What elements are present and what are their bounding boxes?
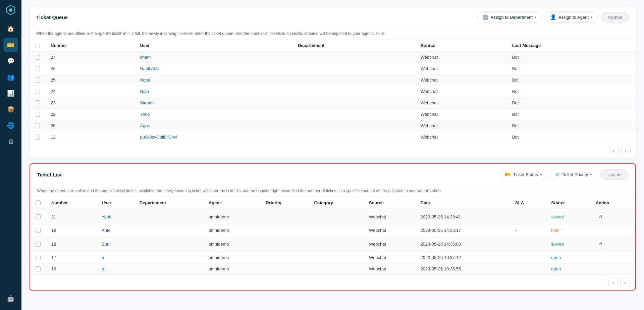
sidebar-item-reports[interactable]: 📊 [3, 86, 18, 101]
row-user[interactable]: Nopal [135, 74, 292, 86]
list-row-agent: omnidemo [203, 225, 261, 236]
list-row-dept [134, 236, 203, 252]
assign-dept-label: Assign to Department [491, 15, 533, 20]
row-checkbox[interactable] [35, 123, 40, 128]
list-row-user[interactable]: p [96, 263, 134, 275]
ticket-status-btn[interactable]: 🎫 Ticket Status ▾ [499, 169, 547, 180]
queue-table: Number User Departement Source Last Mess… [30, 40, 636, 143]
list-next-page-btn[interactable]: › [621, 278, 630, 287]
row-source: Webchat [415, 63, 507, 74]
list-row-number: 16 [46, 263, 96, 275]
list-row-category [309, 263, 364, 275]
ticket-queue-section: Ticket Queue 🏢 Assign to Department ▾ 👤 … [30, 7, 636, 158]
list-header: Ticket List 🎫 Ticket Status ▾ ⊙ Ticket P… [30, 164, 635, 185]
list-row-category [309, 209, 364, 225]
queue-select-all-checkbox[interactable] [35, 43, 40, 48]
assign-department-btn[interactable]: 🏢 Assign to Department ▾ [477, 11, 542, 23]
row-number: 22 [45, 109, 135, 120]
list-row-dept [134, 209, 203, 225]
row-checkbox[interactable] [35, 55, 40, 60]
list-pagination: ‹ › [30, 275, 635, 290]
list-row-source: Webchat [364, 225, 415, 236]
row-number: 26 [45, 63, 135, 74]
list-row-source: Webchat [364, 236, 415, 252]
list-row-priority [261, 236, 309, 252]
list-col-action: Action [590, 197, 635, 209]
list-row-checkbox[interactable] [36, 255, 41, 260]
queue-pagination: ‹ › [30, 143, 636, 158]
list-col-agent: Agent [203, 197, 261, 209]
list-row-agent: omnidemo [203, 209, 261, 225]
reopen-action-btn[interactable]: ↺ [596, 212, 605, 221]
table-row: 22 Yono Webchat Bot [30, 109, 636, 120]
ticket-priority-btn[interactable]: ⊙ Ticket Priority ▾ [550, 169, 597, 180]
reopen-action-btn[interactable]: ↺ [596, 239, 605, 249]
list-select-all-checkbox[interactable] [36, 200, 41, 205]
list-prev-page-btn[interactable]: ‹ [608, 278, 618, 287]
row-dept [292, 63, 415, 74]
row-user[interactable]: pu9x0zvOdii0KJhvI [135, 132, 292, 143]
queue-col-user: User [135, 40, 292, 52]
queue-col-number: Number [45, 40, 135, 52]
assign-agent-btn[interactable]: 👤 Assign to Agent ▾ [545, 11, 598, 23]
list-update-btn[interactable]: Update [600, 169, 629, 180]
list-row-checkbox[interactable] [36, 266, 41, 271]
table-row: 12 pu9x0zvOdii0KJhvI Webchat Bot [30, 132, 636, 143]
row-source: Webchat [415, 120, 507, 132]
row-dept [292, 120, 415, 132]
queue-prev-page-btn[interactable]: ‹ [609, 146, 619, 155]
list-row-checkbox[interactable] [36, 214, 41, 219]
list-row-source: Webchat [364, 209, 415, 225]
list-row-date: 2023-05-26 14:36:17 [415, 225, 510, 236]
queue-next-page-btn[interactable]: › [621, 146, 631, 155]
list-row-checkbox[interactable] [36, 228, 41, 233]
sidebar-item-contacts[interactable]: 👥 [3, 70, 18, 85]
queue-col-lastmsg: Last Message [507, 40, 636, 52]
row-dept [292, 86, 415, 97]
sidebar-item-chat[interactable]: 💬 [3, 54, 18, 68]
row-lastmsg: Bot [507, 86, 636, 97]
sidebar-item-bot[interactable]: 🤖 [3, 291, 18, 306]
list-row-priority [261, 252, 309, 263]
list-row-checkbox[interactable] [36, 242, 41, 247]
list-row-action [590, 252, 635, 263]
list-info-text: When the agents are online and the agent… [30, 185, 635, 197]
row-user[interactable]: Ilham [135, 52, 292, 63]
row-checkbox[interactable] [35, 78, 40, 83]
row-checkbox[interactable] [35, 100, 40, 105]
queue-update-btn[interactable]: Update [601, 12, 629, 22]
row-source: Webchat [415, 74, 507, 86]
list-table-row: 16 p omnidemo Webchat 2023-05-26 10:36:5… [30, 263, 635, 275]
row-user[interactable]: Yono [135, 109, 292, 120]
sidebar-item-globe[interactable]: 🌐 [3, 118, 18, 133]
row-source: Webchat [415, 86, 507, 97]
list-title: Ticket List [37, 172, 62, 177]
list-row-user[interactable]: Yanti [96, 209, 134, 225]
ticket-status-label: Ticket Status [513, 172, 538, 177]
row-checkbox[interactable] [35, 135, 40, 140]
list-row-action: ↺ [590, 209, 635, 225]
row-lastmsg: Bot [507, 120, 636, 132]
sidebar-item-tickets[interactable]: 🎫 [3, 38, 18, 52]
row-user[interactable]: Rian [135, 86, 292, 97]
sidebar-item-home[interactable]: 🏠 [3, 21, 18, 36]
list-row-user[interactable]: Budi [96, 236, 134, 252]
list-row-date: 2023-05-26 10:37:12 [415, 252, 510, 263]
list-row-agent: omnidemo [203, 263, 261, 275]
row-checkbox[interactable] [35, 66, 40, 71]
dept-chevron-icon: ▾ [535, 15, 537, 19]
row-checkbox[interactable] [35, 89, 40, 94]
list-col-category: Category [309, 197, 364, 209]
row-lastmsg: Bot [507, 97, 636, 109]
row-user[interactable]: Agus [135, 120, 292, 132]
list-row-dept [134, 252, 203, 263]
row-user[interactable]: Nabil Ahla [135, 63, 292, 74]
row-user[interactable]: Wanda [135, 97, 292, 109]
sidebar-item-channels[interactable]: 📦 [3, 102, 18, 117]
row-checkbox[interactable] [35, 112, 40, 117]
list-row-sla [510, 263, 546, 275]
list-row-user[interactable]: p [96, 252, 134, 263]
list-row-user[interactable]: Anto [96, 225, 134, 236]
sidebar-item-support[interactable]: 🖥 [3, 134, 18, 149]
list-row-status: solved [546, 209, 590, 225]
